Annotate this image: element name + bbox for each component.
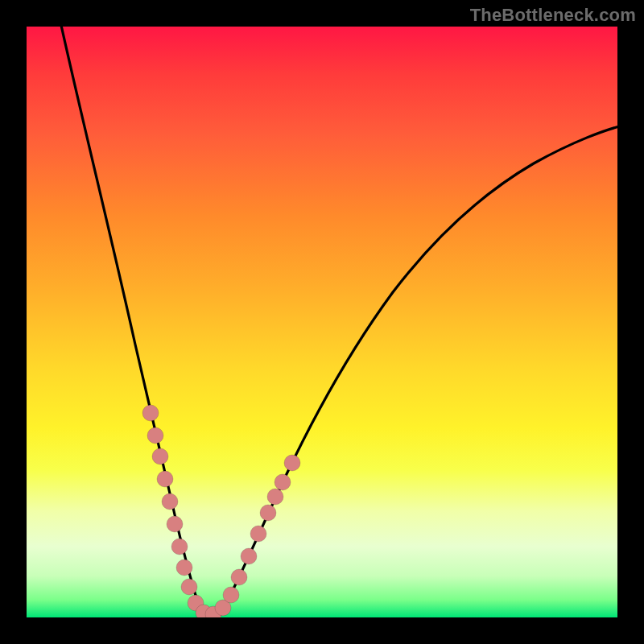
- chart-frame: TheBottleneck.com: [0, 0, 644, 644]
- watermark-label: TheBottleneck.com: [470, 5, 636, 26]
- plot-area: [27, 27, 617, 617]
